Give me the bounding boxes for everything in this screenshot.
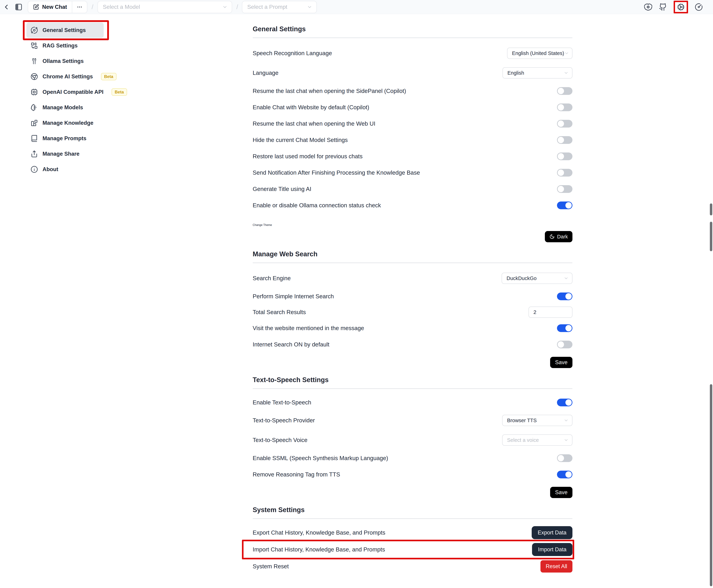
back-icon[interactable] (2, 3, 10, 11)
export-data-button[interactable]: Export Data (532, 526, 572, 539)
sidebar-item-about[interactable]: About (26, 162, 104, 177)
row-speech-recognition-language: Speech Recognition LanguageEnglish (Unit… (253, 43, 572, 63)
setting-label: Enable Text-to-Speech (253, 399, 311, 406)
info-icon (30, 166, 38, 173)
row-system-reset: System ResetReset All (253, 558, 572, 575)
ellipsis-icon (77, 4, 83, 10)
sidebar-item-openai-compatible-api[interactable]: OpenAI Compatible APIBeta (26, 84, 104, 100)
setting-label: Text-to-Speech Voice (253, 437, 308, 443)
chevron-down-icon (564, 276, 569, 281)
section-title-tts: Text-to-Speech Settings (253, 376, 572, 384)
setting-label: Export Chat History, Knowledge Base, and… (253, 529, 385, 536)
send-notification-after-finishing-proces-toggle[interactable] (557, 169, 572, 176)
sidebar-panel-icon[interactable] (15, 3, 22, 11)
row-enable-ssml-speech-synthesis-markup-lang: Enable SSML (Speech Synthesis Markup Lan… (253, 450, 572, 466)
more-options-button[interactable] (72, 1, 87, 13)
sidebar-item-rag-settings[interactable]: RAG Settings (26, 38, 104, 54)
breadcrumb-separator: / (236, 3, 238, 11)
brain-cog-icon[interactable] (644, 3, 652, 11)
hide-the-current-chat-model-settings-toggle[interactable] (557, 136, 572, 144)
toggle-knob (558, 341, 564, 348)
save-button[interactable]: Save (550, 487, 572, 498)
sidebar-item-chrome-ai-settings[interactable]: Chrome AI SettingsBeta (26, 69, 104, 84)
text-to-speech-voice-select[interactable]: Select a voice (502, 435, 572, 446)
theme-button-label: Dark (557, 234, 568, 239)
sidebar-item-manage-models[interactable]: Manage Models (26, 100, 104, 115)
import-data-button[interactable]: Import Data (532, 543, 572, 556)
settings-gear-icon[interactable] (677, 3, 685, 11)
language-select[interactable]: English (503, 67, 572, 79)
share-icon (30, 150, 38, 158)
setting-label: Remove Reasoning Tag from TTS (253, 471, 340, 478)
sidebar-item-general-settings[interactable]: General Settings (26, 22, 104, 38)
total-search-results-input[interactable] (528, 307, 572, 318)
prompt-select[interactable]: Select a Prompt (242, 1, 317, 13)
setting-label: Enable or disable Ollama connection stat… (253, 202, 381, 209)
row-export-chat-history-knowledge-base-and-p: Export Chat History, Knowledge Base, and… (253, 524, 572, 541)
chevron-down-icon (564, 51, 569, 56)
setting-label: Import Chat History, Knowledge Base, and… (253, 546, 385, 553)
setting-label: Language (253, 69, 278, 76)
sidebar-item-label: General Settings (43, 27, 86, 34)
remove-reasoning-tag-from-tts-toggle[interactable] (557, 471, 572, 478)
resume-the-last-chat-when-opening-the-we-toggle[interactable] (557, 120, 572, 128)
row-resume-the-last-chat-when-opening-the-we: Resume the last chat when opening the We… (253, 115, 572, 132)
scrollbar-thumb[interactable] (710, 384, 712, 586)
row-restore-last-used-model-for-previous-cha: Restore last used model for previous cha… (253, 148, 572, 164)
search-engine-select[interactable]: DuckDuckGo (502, 273, 572, 284)
section-title-web-search: Manage Web Search (253, 250, 572, 258)
sidebar-item-manage-knowledge[interactable]: Manage Knowledge (26, 115, 104, 131)
row-language: LanguageEnglish (253, 63, 572, 83)
enable-or-disable-ollama-connection-stat-toggle[interactable] (557, 202, 572, 209)
perform-simple-internet-search-toggle[interactable] (557, 293, 572, 300)
llama-icon (30, 58, 38, 65)
sidebar-item-manage-share[interactable]: Manage Share (26, 146, 104, 162)
book-icon (30, 135, 38, 142)
internet-search-on-by-default-toggle[interactable] (557, 341, 572, 349)
resume-the-last-chat-when-opening-the-si-toggle[interactable] (557, 87, 572, 95)
row-import-chat-history-knowledge-base-and-p: Import Chat History, Knowledge Base, and… (253, 541, 572, 558)
setting-label: Perform Simple Internet Search (253, 293, 334, 300)
chevron-down-icon (564, 438, 569, 443)
select-value: English (507, 70, 524, 76)
section-rows-tts: Enable Text-to-SpeechText-to-Speech Prov… (253, 389, 572, 483)
sidebar-item-label: Manage Prompts (43, 135, 86, 142)
toggle-knob (558, 170, 564, 176)
enable-chat-with-website-by-default-copi-toggle[interactable] (557, 103, 572, 111)
sidebar-item-label: Manage Models (43, 104, 83, 111)
scrollbar-thumb[interactable] (710, 222, 712, 251)
settings-sidebar: General SettingsRAG SettingsOllama Setti… (26, 22, 104, 177)
model-select[interactable]: Select a Model (98, 1, 232, 13)
row-change-theme: Change ThemeDark (253, 213, 572, 242)
github-icon[interactable] (659, 3, 667, 11)
breadcrumb-separator: / (91, 3, 93, 11)
scrollbar-thumb[interactable] (710, 204, 712, 215)
gauge-icon[interactable] (695, 3, 703, 11)
enable-text-to-speech-toggle[interactable] (557, 399, 572, 406)
toggle-knob (558, 455, 564, 461)
theme-dark-button[interactable]: Dark (545, 231, 572, 242)
speech-recognition-language-select[interactable]: English (United States) (507, 48, 572, 59)
reset-all-button[interactable]: Reset All (541, 560, 572, 572)
setting-label: Visit the website mentioned in the messa… (253, 325, 364, 332)
enable-ssml-speech-synthesis-markup-lang-toggle[interactable] (557, 454, 572, 462)
new-chat-button[interactable]: New Chat (28, 1, 72, 13)
row-text-to-speech-provider: Text-to-Speech ProviderBrowser TTS (253, 411, 572, 430)
annotation-box-settings (674, 1, 688, 13)
visit-the-website-mentioned-in-the-messa-toggle[interactable] (557, 324, 572, 332)
sidebar-item-ollama-settings[interactable]: Ollama Settings (26, 54, 104, 69)
chevron-down-icon (222, 4, 228, 10)
save-row: Save (253, 487, 572, 498)
generate-title-using-ai-toggle[interactable] (557, 185, 572, 193)
section-rows-web-search: Search EngineDuckDuckGoPerform Simple In… (253, 263, 572, 353)
setting-label: Enable Chat with Website by default (Cop… (253, 104, 369, 111)
chrome-icon (30, 73, 38, 80)
select-value: DuckDuckGo (506, 275, 537, 281)
setting-label: Total Search Results (253, 309, 306, 316)
sidebar-item-manage-prompts[interactable]: Manage Prompts (26, 131, 104, 146)
moon-icon (549, 234, 555, 239)
text-to-speech-provider-select[interactable]: Browser TTS (502, 415, 572, 426)
save-button[interactable]: Save (550, 357, 572, 368)
restore-last-used-model-for-previous-cha-toggle[interactable] (557, 152, 572, 160)
sidebar-item-label: Manage Knowledge (43, 120, 93, 126)
